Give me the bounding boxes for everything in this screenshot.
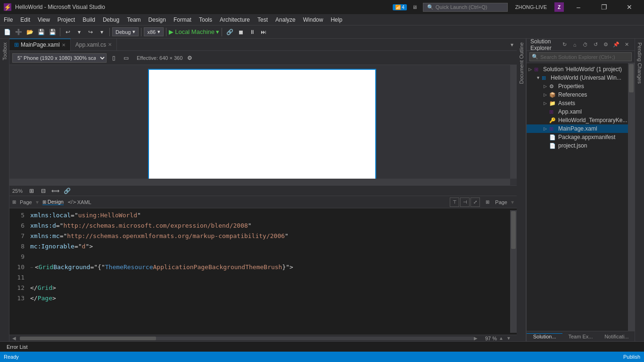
- code-line-12[interactable]: </Grid>: [28, 283, 510, 293]
- split-vertical-btn[interactable]: ⊣: [460, 197, 470, 207]
- restore-button[interactable]: ❐: [593, 0, 615, 14]
- snap-btn[interactable]: ⊟: [38, 186, 49, 196]
- se-options-btn[interactable]: ⚙: [602, 41, 610, 49]
- menu-team[interactable]: Team: [123, 15, 144, 25]
- menu-format[interactable]: Format: [170, 15, 195, 25]
- menu-project[interactable]: Project: [54, 15, 79, 25]
- notification-badge[interactable]: 📶 4: [393, 4, 407, 10]
- menu-file[interactable]: File: [0, 15, 17, 25]
- code-lines[interactable]: xmlns:local="using:HelloWorld" xmlns:d="…: [28, 210, 510, 333]
- se-tab-notifications[interactable]: Notificati...: [599, 334, 635, 339]
- doc-outline-tab[interactable]: Document Outline: [517, 39, 526, 341]
- new-file-btn[interactable]: 📄: [2, 27, 12, 37]
- code-line-8[interactable]: mc:Ignorable="d">: [28, 241, 510, 252]
- pending-label[interactable]: Pending Changes: [637, 42, 643, 83]
- menu-design[interactable]: Design: [145, 15, 170, 25]
- open-btn[interactable]: 📂: [25, 27, 35, 37]
- editor-vscrollbar[interactable]: [510, 210, 517, 333]
- monitor-icon-btn[interactable]: 🖥: [411, 3, 419, 11]
- expand-icon-project[interactable]: ▼: [536, 75, 542, 80]
- close-button[interactable]: ✕: [619, 0, 640, 14]
- split-horizontal-btn[interactable]: ⊤: [450, 197, 459, 207]
- designer-settings-btn[interactable]: ⚙: [184, 53, 195, 63]
- save-all-btn[interactable]: 💾: [47, 27, 58, 37]
- code-line-6[interactable]: xmlns:d="http://schemas.microsoft.com/ex…: [28, 221, 510, 231]
- se-refresh-btn[interactable]: ↺: [591, 41, 600, 49]
- toolbox-panel[interactable]: Toolbox: [0, 39, 9, 341]
- code-line-7[interactable]: xmlns:mc="http://schemas.openxmlformats.…: [28, 231, 510, 241]
- se-appxaml-item[interactable]: ⊞ App.xaml: [527, 107, 628, 116]
- toolbox-label[interactable]: Toolbox: [2, 42, 8, 60]
- link-btn[interactable]: 🔗: [62, 186, 72, 196]
- menu-tools[interactable]: Tools: [195, 15, 216, 25]
- publish-label[interactable]: Publish: [623, 354, 640, 360]
- scroll-down-btn[interactable]: ▼: [506, 336, 514, 341]
- pending-changes-tab[interactable]: Pending Changes: [635, 39, 644, 341]
- expand-icon-refs[interactable]: ▷: [544, 92, 549, 97]
- collapse-10[interactable]: −: [30, 264, 33, 271]
- code-line-13[interactable]: </Page>: [28, 293, 510, 304]
- se-pin-btn[interactable]: 📌: [612, 41, 620, 49]
- se-project-item[interactable]: ▼ ⊞ HelloWorld (Universal Win...: [527, 74, 628, 82]
- se-scroll-handle[interactable]: [629, 64, 634, 92]
- platform-dropdown[interactable]: x86 ▾: [144, 27, 164, 36]
- menu-window[interactable]: Window: [299, 15, 327, 25]
- code-editor[interactable]: 5 6 7 8 9 10 11 12 13 xmlns:local="using…: [9, 208, 517, 335]
- se-projectjson-item[interactable]: 📄 project.json: [527, 141, 628, 150]
- attach-btn[interactable]: 🔗: [224, 27, 235, 37]
- menu-build[interactable]: Build: [79, 15, 99, 25]
- se-search-box[interactable]: 🔍 Search Solution Explorer (Ctrl+;): [529, 52, 632, 61]
- landscape-btn[interactable]: ▭: [121, 53, 131, 63]
- scroll-right-btn[interactable]: ▶: [474, 336, 481, 341]
- doc-outline-label[interactable]: Document Outline: [519, 42, 524, 84]
- se-solution-item[interactable]: ▷ ⊞ Solution 'HelloWorld' (1 project): [527, 65, 628, 74]
- toolbar-btn2[interactable]: ◼: [236, 27, 246, 37]
- se-assets-item[interactable]: ▷ 📁 Assets: [527, 99, 628, 107]
- se-close-btn[interactable]: ✕: [622, 41, 631, 49]
- se-clock-btn[interactable]: ⏱: [581, 41, 589, 49]
- menu-analyze[interactable]: Analyze: [272, 15, 299, 25]
- tab-close-app[interactable]: ✕: [108, 42, 112, 47]
- editor-scroll-handle[interactable]: [511, 211, 516, 249]
- error-list-tab[interactable]: Error List: [3, 344, 32, 350]
- grid-view-btn[interactable]: ⊞: [26, 186, 37, 196]
- expand-icon-assets[interactable]: ▷: [544, 101, 549, 106]
- undo-btn[interactable]: ↩: [63, 27, 73, 37]
- device-select[interactable]: 5" Phone (1920 x 1080) 300% scale: [12, 53, 107, 63]
- menu-architecture[interactable]: Architecture: [216, 15, 254, 25]
- se-sync-btn[interactable]: ↻: [560, 41, 569, 49]
- menu-help[interactable]: Help: [327, 15, 346, 25]
- tab-close-mainpage[interactable]: ✕: [62, 42, 66, 48]
- xaml-canvas[interactable]: [149, 70, 375, 185]
- breadcrumb-right[interactable]: Page: [495, 199, 507, 205]
- breadcrumb-left[interactable]: Page: [20, 199, 32, 205]
- hscroll-thumb[interactable]: [20, 337, 156, 340]
- tab-overflow-btn[interactable]: ▾: [507, 40, 517, 49]
- expand-icon-properties[interactable]: ▷: [544, 84, 549, 89]
- hscroll-track[interactable]: [20, 337, 474, 340]
- minimize-button[interactable]: –: [568, 0, 589, 14]
- add-btn[interactable]: ➕: [13, 27, 24, 37]
- toolbar-btn3[interactable]: ⏸: [247, 27, 257, 37]
- toolbar-btn4[interactable]: ⏭: [258, 27, 269, 37]
- redo-drop-btn[interactable]: ▾: [97, 27, 107, 37]
- se-properties-item[interactable]: ▷ ⚙ Properties: [527, 82, 628, 90]
- se-mainpage-item[interactable]: ▷ ⊞ MainPage.xaml: [527, 124, 628, 133]
- se-tab-team[interactable]: Team Ex...: [562, 334, 598, 339]
- menu-edit[interactable]: Edit: [17, 15, 34, 25]
- run-button[interactable]: ▶ Local Machine ▾: [169, 28, 219, 35]
- tab-design[interactable]: ⊞ Design: [42, 199, 64, 205]
- expand-icon-mainpage[interactable]: ▷: [544, 126, 549, 131]
- se-references-item[interactable]: ▷ 📦 References: [527, 90, 628, 99]
- menu-view[interactable]: View: [34, 15, 54, 25]
- tab-app-xaml-cs[interactable]: App.xaml.cs ✕: [71, 39, 117, 50]
- save-btn[interactable]: 💾: [36, 27, 46, 37]
- se-tab-solution[interactable]: Solution...: [527, 333, 562, 339]
- portrait-btn[interactable]: ▯: [108, 53, 119, 63]
- code-line-10[interactable]: − <Grid Background="{"ThemeResource Appl…: [28, 262, 510, 272]
- debug-mode-dropdown[interactable]: Debug ▾: [112, 27, 139, 36]
- designer-vscroll[interactable]: [510, 65, 517, 179]
- se-home-btn[interactable]: ⌂: [570, 41, 579, 49]
- redo-btn[interactable]: ↪: [85, 27, 96, 37]
- designer-hscroll[interactable]: [9, 179, 510, 185]
